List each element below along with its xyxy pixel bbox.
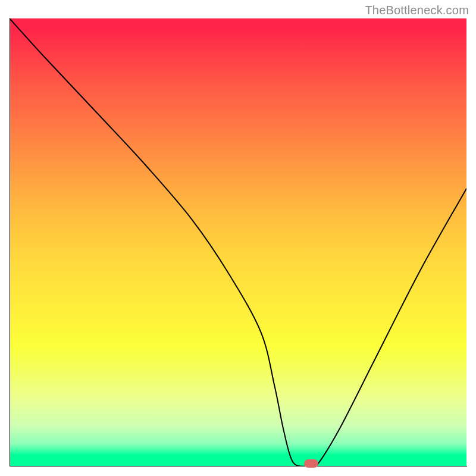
bottleneck-curve-svg (10, 18, 466, 466)
optimal-point-marker (304, 459, 318, 468)
chart-plot-area (10, 18, 466, 466)
bottleneck-curve-path (10, 18, 466, 466)
attribution-text: TheBottleneck.com (365, 4, 469, 17)
